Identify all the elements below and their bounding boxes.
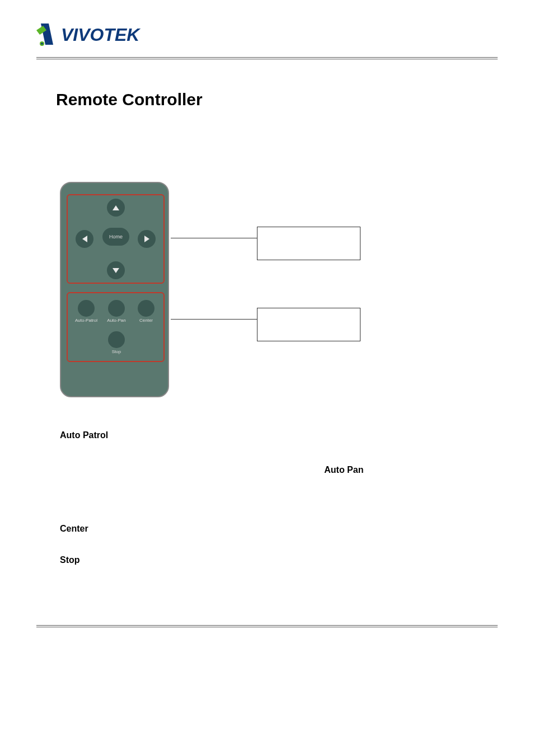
dpad-left-button[interactable] (76, 230, 93, 248)
callout-box-dpad (257, 227, 360, 260)
auto-pan-label: Auto-Pan (101, 318, 132, 323)
auto-patrol-button[interactable] (78, 300, 95, 317)
term-auto-patrol: Auto Patrol (60, 430, 108, 440)
home-button[interactable]: Home (102, 228, 129, 246)
stop-label: Stop (101, 349, 132, 354)
svg-point-3 (41, 43, 43, 45)
brand-logo: VIVOTEK (36, 22, 498, 47)
term-auto-pan: Auto Pan (324, 465, 363, 475)
logo-area: VIVOTEK (36, 22, 498, 47)
function-highlight-group: Auto-Patrol Auto-Pan Center Stop (67, 292, 165, 362)
remote-body: Home Auto-Patrol Auto-Pan Center Stop (60, 182, 169, 397)
brand-name: VIVOTEK (61, 25, 139, 45)
page-title: Remote Controller (56, 90, 498, 109)
callout-line-dpad (171, 238, 257, 238)
auto-patrol-label: Auto-Patrol (71, 318, 102, 323)
dpad-right-button[interactable] (138, 230, 156, 248)
remote-diagram: Home Auto-Patrol Auto-Pan Center Stop (60, 182, 498, 403)
callout-box-functions (257, 308, 360, 341)
term-center: Center (60, 524, 88, 533)
dpad-highlight-group: Home (67, 194, 165, 284)
dpad-down-button[interactable] (107, 261, 125, 279)
header-divider (36, 57, 498, 59)
footer-divider (36, 625, 498, 627)
logo-mark-icon (36, 22, 58, 47)
arrow-down-icon (113, 268, 119, 273)
term-stop: Stop (60, 555, 80, 565)
arrow-right-icon (144, 236, 149, 242)
center-button[interactable] (138, 300, 154, 317)
auto-pan-button[interactable] (108, 300, 125, 317)
dpad-up-button[interactable] (107, 199, 125, 217)
arrow-up-icon (113, 205, 119, 210)
home-button-label: Home (109, 234, 123, 240)
callout-line-functions (171, 319, 257, 320)
center-label: Center (130, 318, 162, 323)
arrow-left-icon (82, 236, 87, 242)
stop-button[interactable] (108, 331, 125, 348)
body-text: Auto Patrol spacer spacer spacer spacer … (60, 428, 481, 567)
